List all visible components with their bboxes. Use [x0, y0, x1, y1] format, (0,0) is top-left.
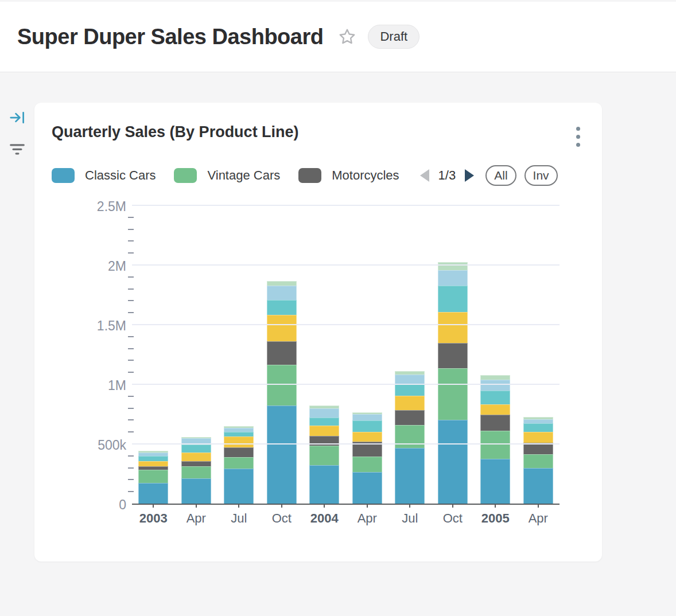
legend-swatch: [52, 168, 75, 183]
bar-segment-series2[interactable]: [438, 368, 468, 420]
bar-segment-series2[interactable]: [138, 470, 168, 482]
bar-segment-series1[interactable]: [523, 468, 553, 504]
bar-segment-series1[interactable]: [138, 483, 168, 504]
bar-segment-series1[interactable]: [309, 465, 339, 504]
bar-segment-series2[interactable]: [480, 431, 510, 458]
bar-segment-series1[interactable]: [352, 472, 382, 504]
bar-segment-series4[interactable]: [181, 453, 211, 461]
bar-segment-series3[interactable]: [395, 410, 425, 426]
bar-segment-series1[interactable]: [267, 406, 297, 504]
bar-segment-series5[interactable]: [352, 420, 382, 432]
bar-segment-series6[interactable]: [352, 414, 382, 420]
bar-segment-series5[interactable]: [309, 418, 339, 426]
page-title: Super Duper Sales Dashboard: [17, 25, 323, 49]
favorite-star-icon[interactable]: [338, 28, 356, 46]
bar-segment-series3[interactable]: [523, 443, 553, 454]
x-tick-label: Oct: [432, 511, 475, 526]
bar-segment-series6[interactable]: [523, 419, 553, 423]
bar-segment-series5[interactable]: [224, 432, 254, 436]
bar-segment-series6[interactable]: [395, 375, 425, 384]
bar-segment-series3[interactable]: [181, 461, 211, 466]
stacked-bar-2003-0[interactable]: [138, 451, 168, 504]
bar-segment-series5[interactable]: [267, 300, 297, 315]
bar-segment-series1[interactable]: [480, 459, 510, 504]
legend-all-button[interactable]: All: [485, 165, 516, 186]
bar-segment-series1[interactable]: [181, 478, 211, 504]
bar-segment-series3[interactable]: [224, 447, 254, 457]
bar-segment-series7[interactable]: [267, 281, 297, 286]
bar-segment-series3[interactable]: [480, 415, 510, 431]
bar-segment-series6[interactable]: [438, 270, 468, 286]
bar-slot: [261, 206, 304, 504]
legend-item-vintage-cars[interactable]: Vintage Cars: [174, 168, 280, 183]
stacked-bar-jul-6[interactable]: [395, 371, 425, 504]
legend-item-motorcycles[interactable]: Motorcycles: [298, 168, 399, 183]
legend-item-classic-cars[interactable]: Classic Cars: [52, 168, 156, 183]
bar-segment-series2[interactable]: [523, 454, 553, 468]
bar-segment-series2[interactable]: [352, 457, 382, 472]
bar-segment-series7[interactable]: [438, 262, 468, 270]
bar-segment-series1[interactable]: [224, 469, 254, 504]
bar-segment-series6[interactable]: [480, 380, 510, 391]
bar-segment-series2[interactable]: [267, 365, 297, 406]
x-axis-tick: [409, 504, 410, 508]
bar-segment-series4[interactable]: [224, 436, 254, 447]
legend-prev-icon[interactable]: [420, 169, 429, 182]
x-axis-tick: [452, 504, 453, 508]
x-tick-label: Oct: [261, 511, 304, 526]
y-minor-tick: [128, 360, 134, 361]
stacked-bar-apr-1[interactable]: [181, 437, 211, 504]
legend-invert-button[interactable]: Inv: [525, 165, 558, 186]
bar-segment-series1[interactable]: [395, 448, 425, 504]
bar-segment-series6[interactable]: [138, 453, 168, 457]
bar-segment-series2[interactable]: [224, 457, 254, 469]
bar-segment-series5[interactable]: [138, 456, 168, 461]
bar-slot: [388, 206, 432, 504]
y-minor-tick: [128, 455, 134, 457]
bar-segment-series4[interactable]: [138, 461, 168, 466]
stacked-bar-2004-4[interactable]: [309, 406, 339, 504]
bar-slot: [175, 206, 218, 504]
legend-label: Vintage Cars: [207, 168, 280, 183]
bar-segment-series2[interactable]: [309, 446, 339, 465]
bar-segment-series4[interactable]: [352, 432, 382, 442]
bar-segment-series4[interactable]: [309, 426, 339, 436]
bar-segment-series6[interactable]: [224, 428, 254, 432]
bar-segment-series3[interactable]: [267, 341, 297, 365]
stacked-bar-apr-5[interactable]: [352, 412, 382, 504]
bar-segment-series5[interactable]: [438, 286, 468, 312]
legend-next-icon[interactable]: [465, 169, 474, 182]
bar-segment-series7[interactable]: [480, 375, 510, 379]
bar-segment-series5[interactable]: [480, 391, 510, 404]
stacked-bar-apr-9[interactable]: [523, 417, 553, 504]
y-tick-label: 1.5M: [97, 318, 126, 334]
bar-segment-series4[interactable]: [480, 404, 510, 415]
x-axis-labels: 2003AprJulOct2004AprJulOct2005Apr: [132, 505, 560, 526]
bar-segment-series4[interactable]: [267, 315, 297, 341]
bar-segment-series2[interactable]: [181, 466, 211, 478]
bar-segment-series4[interactable]: [438, 312, 468, 344]
left-rail: [7, 108, 28, 170]
bar-segment-series5[interactable]: [181, 445, 211, 453]
bar-segment-series4[interactable]: [395, 396, 425, 410]
bar-slot: [132, 206, 175, 504]
bar-segment-series6[interactable]: [309, 408, 339, 418]
stacked-bar-jul-2[interactable]: [224, 426, 254, 504]
y-tick-label: 1M: [108, 378, 126, 393]
y-tick-label: 2.5M: [97, 199, 126, 215]
stacked-bar-oct-7[interactable]: [438, 262, 468, 504]
bar-segment-series1[interactable]: [438, 420, 468, 504]
expand-panel-icon[interactable]: [7, 108, 27, 127]
bar-segment-series3[interactable]: [438, 343, 468, 368]
bar-segment-series6[interactable]: [267, 286, 297, 300]
bar-segment-series5[interactable]: [523, 423, 553, 432]
bar-segment-series5[interactable]: [395, 384, 425, 396]
stacked-bar-oct-3[interactable]: [267, 281, 297, 504]
kebab-menu-icon[interactable]: [572, 124, 585, 149]
bar-segment-series4[interactable]: [523, 432, 553, 443]
x-tick-label: 2004: [303, 511, 346, 526]
x-tick-label: Apr: [346, 511, 389, 526]
bar-slot: [432, 206, 475, 504]
filter-icon[interactable]: [7, 139, 27, 158]
stacked-bar-2005-8[interactable]: [480, 375, 510, 504]
